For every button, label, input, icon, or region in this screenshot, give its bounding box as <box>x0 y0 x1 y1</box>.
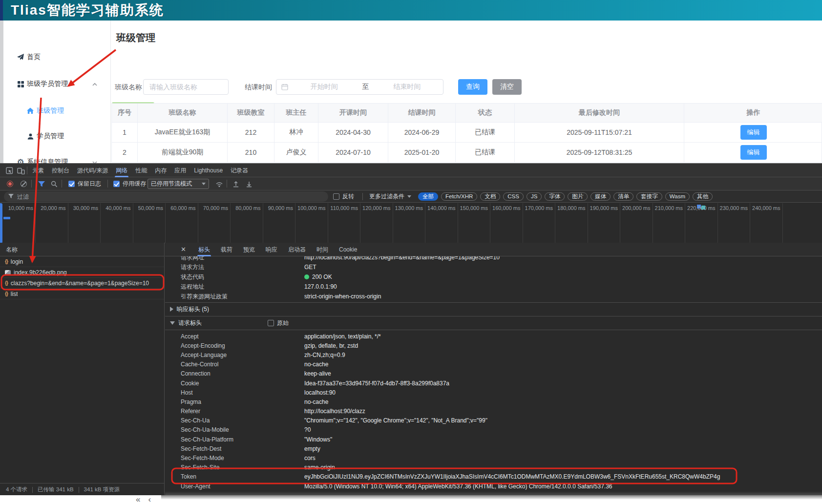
request-list-header[interactable]: 名称 <box>0 243 164 256</box>
more-filters-dropdown[interactable]: 更多过滤条件 <box>369 190 411 203</box>
detail-tab-6[interactable]: Cookie <box>334 243 362 256</box>
column-header: 班主任 <box>274 104 318 123</box>
timeline-tick: 170,000 ms <box>521 205 553 211</box>
devtools-tab-1[interactable]: 控制台 <box>48 164 73 177</box>
header-value: cors <box>304 455 316 462</box>
edit-button[interactable]: 编辑 <box>740 145 767 160</box>
table-cell: 2024-06-29 <box>388 123 456 143</box>
table-cell: 林冲 <box>274 123 318 143</box>
devtools-tab-8[interactable]: 记录器 <box>227 164 252 177</box>
checkbox-checked-icon <box>68 181 75 187</box>
network-conditions-icon[interactable] <box>215 177 223 190</box>
filter-funnel-small-icon <box>8 193 14 200</box>
detail-tab-2[interactable]: 预览 <box>238 243 260 256</box>
device-toolbar-icon[interactable] <box>17 166 25 175</box>
header-name: Sec-Ch-Ua-Mobile <box>181 426 304 433</box>
resource-chip-10[interactable]: Wasm <box>665 192 690 201</box>
timeline-tick: 20,000 ms <box>34 205 66 211</box>
pagination-button-1[interactable]: ‹ <box>148 495 151 504</box>
grid-icon <box>16 80 25 88</box>
clear-network-log-icon[interactable] <box>21 177 27 190</box>
resource-chip-11[interactable]: 其他 <box>693 192 713 201</box>
divider <box>62 180 62 188</box>
search-icon[interactable] <box>51 177 58 190</box>
header-name: Accept <box>181 333 304 340</box>
devtools-tab-7[interactable]: Lighthouse <box>190 164 227 177</box>
export-har-icon[interactable] <box>246 177 253 190</box>
header-name: User-Agent <box>181 483 304 490</box>
devtools-tab-6[interactable]: 应用 <box>170 164 190 177</box>
table-cell: 2025-09-11T15:07:21 <box>515 123 684 143</box>
network-request-row[interactable]: {}login <box>0 256 164 267</box>
table-cell: 2024-04-30 <box>318 123 388 143</box>
query-button[interactable]: 查询 <box>458 79 487 95</box>
filter-funnel-icon[interactable] <box>38 177 45 190</box>
request-header-row: Sec-Fetch-Destempty <box>165 444 822 453</box>
sidebar-item-class-mgmt[interactable]: 班级管理 <box>3 105 110 117</box>
column-header: 班级教室 <box>228 104 274 123</box>
sidebar-item-class-student-mgmt[interactable]: 班级学员管理 <box>3 78 110 90</box>
throttling-select[interactable]: 已停用节流模式 <box>148 179 209 189</box>
network-request-row[interactable]: {}clazzs?begin=&end=&name=&page=1&pageSi… <box>0 278 164 289</box>
resource-chip-6[interactable]: 图片 <box>568 192 588 201</box>
request-header-row: Sec-Ch-Ua-Mobile?0 <box>165 425 822 435</box>
resource-chip-8[interactable]: 清单 <box>613 192 633 201</box>
header-value: keep-alive <box>304 370 331 377</box>
resource-chip-2[interactable]: 文档 <box>480 192 500 201</box>
network-request-row[interactable]: {}list <box>0 289 164 299</box>
network-timeline[interactable]: 10,000 ms20,000 ms30,000 ms40,000 ms50,0… <box>0 203 822 243</box>
main-content: 班级管理 班级名称 结课时间 开始时间 至 结束时间 查询 清空 + 新增班级 … <box>111 21 822 163</box>
resource-chip-9[interactable]: 套接字 <box>636 192 662 201</box>
resource-chip-1[interactable]: Fetch/XHR <box>441 192 477 201</box>
invert-filter-checkbox[interactable]: 反转 <box>333 190 354 203</box>
disable-cache-checkbox[interactable]: 停用缓存 <box>113 177 146 190</box>
network-filter-input[interactable] <box>4 191 328 202</box>
resource-chip-5[interactable]: 字体 <box>545 192 565 201</box>
inspect-element-icon[interactable] <box>5 166 14 175</box>
close-icon[interactable]: ✕ <box>181 243 186 256</box>
timeline-request-mark <box>3 217 10 219</box>
date-range-picker[interactable]: 开始时间 至 结束时间 <box>276 79 443 95</box>
devtools-tab-5[interactable]: 内存 <box>151 164 170 177</box>
network-request-row[interactable]: index.9b226edb.png <box>0 267 164 278</box>
start-date-placeholder[interactable]: 开始时间 <box>288 83 360 91</box>
devtools-tab-3[interactable]: 网络 <box>112 164 131 177</box>
edit-button[interactable]: 编辑 <box>740 125 767 140</box>
pagination-button-0[interactable]: « <box>136 495 140 504</box>
sidebar-item-home[interactable]: 首页 <box>3 51 110 63</box>
request-header-row: User-AgentMozilla/5.0 (Windows NT 10.0; … <box>165 482 822 491</box>
preserve-log-checkbox[interactable]: 保留日志 <box>68 177 101 190</box>
class-name-input[interactable] <box>143 79 229 95</box>
end-date-placeholder[interactable]: 结束时间 <box>371 83 443 91</box>
raw-headers-checkbox[interactable]: 原始 <box>268 319 289 327</box>
class-table: 序号 班级名称 班级教室 班主任 开课时间 结课时间 状态 最后修改时间 操作 … <box>111 103 822 163</box>
import-har-icon[interactable] <box>232 177 239 190</box>
resource-chip-0[interactable]: 全部 <box>418 192 438 201</box>
response-headers-label: 响应标头 (5) <box>177 305 209 314</box>
detail-tab-3[interactable]: 响应 <box>261 243 282 256</box>
fetch-braces-icon: {} <box>5 291 8 296</box>
network-toolbar: 保留日志 停用缓存 已停用节流模式 <box>0 177 822 190</box>
devtools-tab-4[interactable]: 性能 <box>131 164 151 177</box>
request-name: clazzs?begin=&end=&name=&page=1&pageSize… <box>11 280 149 287</box>
devtools-tab-0[interactable]: 元素 <box>28 164 48 177</box>
sidebar-item-student-mgmt[interactable]: 学员管理 <box>3 130 110 143</box>
detail-tab-4[interactable]: 启动器 <box>283 243 311 256</box>
fetch-braces-icon: {} <box>5 280 8 286</box>
detail-tab-0[interactable]: 标头 <box>193 243 215 256</box>
header-name: 状态代码 <box>181 273 304 281</box>
timeline-tick: 200,000 ms <box>618 205 651 211</box>
response-headers-section[interactable]: 响应标头 (5) <box>165 302 822 316</box>
status-text: 已传输 341 kB <box>38 486 74 493</box>
header-value: localhost:90 <box>304 389 336 396</box>
record-network-log-icon[interactable] <box>7 177 13 190</box>
devtools-tab-2[interactable]: 源代码/来源 <box>73 164 112 177</box>
resource-chip-3[interactable]: CSS <box>503 192 524 201</box>
resource-chip-4[interactable]: JS <box>527 192 542 201</box>
resource-chip-7[interactable]: 媒体 <box>590 192 611 201</box>
request-headers-section[interactable]: 请求标头 原始 <box>165 316 822 330</box>
detail-tab-5[interactable]: 时间 <box>312 243 333 256</box>
detail-tab-1[interactable]: 载荷 <box>216 243 237 256</box>
header-value: no-cache <box>304 361 328 368</box>
clear-button[interactable]: 清空 <box>492 79 522 95</box>
